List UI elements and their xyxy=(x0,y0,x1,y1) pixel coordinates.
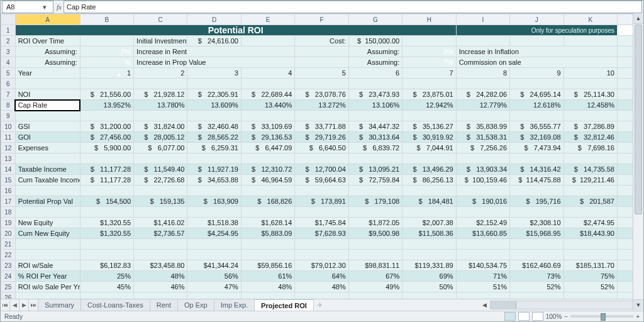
cell-value[interactable]: $185,131.70 xyxy=(564,260,617,271)
cell-value[interactable]: $ 34,653.88 xyxy=(187,175,241,186)
scroll-up-icon[interactable]: ▲ xyxy=(633,13,643,24)
cell-value[interactable]: $ 35,136.27 xyxy=(402,121,456,132)
cell-value[interactable]: $13,660.85 xyxy=(456,228,509,239)
cell-value[interactable]: $ 6,839.72 xyxy=(348,143,402,153)
cell-value[interactable]: $1,872.05 xyxy=(348,218,402,228)
cell-value[interactable]: $ 11,177.28 xyxy=(80,175,133,186)
col-E[interactable]: E xyxy=(241,14,294,25)
col-C[interactable]: C xyxy=(134,14,187,25)
cell-value[interactable]: 12.942% xyxy=(402,100,456,111)
cell-value[interactable]: $15,968.95 xyxy=(510,228,564,239)
cell-value[interactable]: $ 12,310.72 xyxy=(241,164,294,175)
cell-value[interactable]: $ 14,735.58 xyxy=(564,164,617,175)
tab-cost-loans-taxes[interactable]: Cost-Loans-Taxes xyxy=(81,299,150,311)
cell-value[interactable]: 25% xyxy=(80,271,133,282)
cell-value[interactable]: 64% xyxy=(295,271,348,282)
cell-value[interactable]: $ 11,177.28 xyxy=(80,164,133,175)
cell-value[interactable]: $ 37,286.89 xyxy=(564,121,617,132)
cell-value[interactable]: 47% xyxy=(187,282,241,292)
cell-value[interactable]: $ 154,500 xyxy=(80,196,133,207)
cell-value[interactable]: $11,508.36 xyxy=(402,228,456,239)
cell-value[interactable]: $4,254.95 xyxy=(187,228,241,239)
cell-value[interactable]: 51% xyxy=(456,282,509,292)
cell-value[interactable]: $ 6,640.50 xyxy=(295,143,348,153)
hscroll-left-icon[interactable]: ◀ xyxy=(480,302,489,308)
cell-value[interactable]: 48% xyxy=(295,282,348,292)
cell-value[interactable]: 52% xyxy=(564,282,617,292)
cell-value[interactable]: $18,443.90 xyxy=(564,228,617,239)
cell-value[interactable]: $ 30,919.92 xyxy=(402,132,456,143)
cell-value[interactable]: $ 28,565.22 xyxy=(187,132,241,143)
cell-value[interactable]: $162,460.69 xyxy=(510,260,564,271)
cell-value[interactable]: $119,331.89 xyxy=(402,260,456,271)
tab-op-exp[interactable]: Op Exp xyxy=(178,299,214,311)
cell-value[interactable]: $ 163,909 xyxy=(187,196,241,207)
cell-value[interactable]: $2,007.38 xyxy=(402,218,456,228)
cell-value[interactable]: $59,856.16 xyxy=(241,260,294,271)
view-normal-button[interactable] xyxy=(504,312,516,321)
cell-value[interactable]: $79,012.30 xyxy=(295,260,348,271)
cell-value[interactable]: 69% xyxy=(402,271,456,282)
cell-value[interactable]: $ 33,109.69 xyxy=(241,121,294,132)
cell-value[interactable]: $ 35,838.99 xyxy=(456,121,509,132)
cell-value[interactable]: $ 34,447.32 xyxy=(348,121,402,132)
view-page-break-button[interactable] xyxy=(532,312,543,321)
cell-value[interactable]: $1,745.84 xyxy=(295,218,348,228)
tab-nav-first-icon[interactable]: ⏮ xyxy=(1,299,10,311)
cell-value[interactable]: 13.272% xyxy=(295,100,348,111)
cell-value[interactable]: $98,831.11 xyxy=(348,260,402,271)
horizontal-scrollbar[interactable]: ◀ ▶ xyxy=(480,299,643,311)
cell-value[interactable]: 13.106% xyxy=(348,100,402,111)
cell-value[interactable]: 13.609% xyxy=(187,100,241,111)
cell-value[interactable]: $1,320.55 xyxy=(80,228,133,239)
cell-value[interactable]: $ 86,256.13 xyxy=(402,175,456,186)
cell-value[interactable]: $9,500.98 xyxy=(348,228,402,239)
cell-value[interactable]: $ 22,689.44 xyxy=(241,89,294,100)
cell-value[interactable]: $ 13,903.34 xyxy=(456,164,509,175)
cell-value[interactable]: $ 36,555.77 xyxy=(510,121,564,132)
cell-value[interactable]: $ 23,078.76 xyxy=(295,89,348,100)
col-I[interactable]: I xyxy=(456,14,509,25)
cell-value[interactable]: $ 30,313.64 xyxy=(348,132,402,143)
cell-value[interactable]: $ 32,169.08 xyxy=(510,132,564,143)
name-box-dropdown-icon[interactable]: ▾ xyxy=(36,3,53,11)
tab-projected-roi[interactable]: Projected ROI xyxy=(255,299,314,311)
cell-value[interactable]: $ 6,259.31 xyxy=(187,143,241,153)
cell-value[interactable]: $ 22,726.68 xyxy=(134,175,187,186)
select-all-button[interactable] xyxy=(1,14,16,25)
cell-value[interactable]: 48% xyxy=(134,271,187,282)
assume-infl-value[interactable]: 3% xyxy=(402,47,456,57)
assume-rent-value[interactable]: 2% xyxy=(80,47,133,57)
cell-value[interactable]: $ 195,716 xyxy=(510,196,564,207)
cell-value[interactable]: $5,883.09 xyxy=(241,228,294,239)
cell-value[interactable]: $ 100,159.46 xyxy=(456,175,509,186)
scroll-down-icon[interactable]: ▼ xyxy=(633,299,643,310)
cell-value[interactable]: 12.779% xyxy=(456,100,509,111)
col-A[interactable]: A xyxy=(15,14,80,25)
cell-value[interactable]: $2,474.95 xyxy=(564,218,617,228)
cell-value[interactable]: $1,416.02 xyxy=(134,218,187,228)
cell-value[interactable]: 56% xyxy=(187,271,241,282)
cell-value[interactable]: 48% xyxy=(241,282,294,292)
col-G[interactable]: G xyxy=(348,14,402,25)
zoom-slider[interactable] xyxy=(570,315,633,318)
name-box[interactable]: A8▾ xyxy=(2,1,53,13)
assume-prop-value[interactable]: % xyxy=(80,57,133,68)
cell-value[interactable]: $ 179,108 xyxy=(348,196,402,207)
cell-value[interactable]: $ 114,475.88 xyxy=(510,175,564,186)
cell-value[interactable]: $1,628.14 xyxy=(241,218,294,228)
tab-imp-exp-[interactable]: Imp Exp. xyxy=(214,299,255,311)
cell-value[interactable]: $140,534.75 xyxy=(456,260,509,271)
cell-value[interactable]: 13.780% xyxy=(134,100,187,111)
cell-value[interactable]: $ 23,875.01 xyxy=(402,89,456,100)
cell-value[interactable]: 12.618% xyxy=(510,100,564,111)
cell-value[interactable]: $ 168,826 xyxy=(241,196,294,207)
zoom-in-button[interactable]: + xyxy=(636,313,640,320)
initial-investment-value[interactable]: $ 24,616.00 xyxy=(187,36,241,47)
cell-value[interactable]: $ 25,114.30 xyxy=(564,89,617,100)
worksheet[interactable]: ABCDEFGHIJKLM1Potential ROIOnly for spec… xyxy=(1,14,643,299)
cell-value[interactable]: 75% xyxy=(564,271,617,282)
cell-value[interactable]: $ 7,698.16 xyxy=(564,143,617,153)
cell-value[interactable]: $ 29,136.53 xyxy=(241,132,294,143)
cell-value[interactable]: $23,458.80 xyxy=(134,260,187,271)
